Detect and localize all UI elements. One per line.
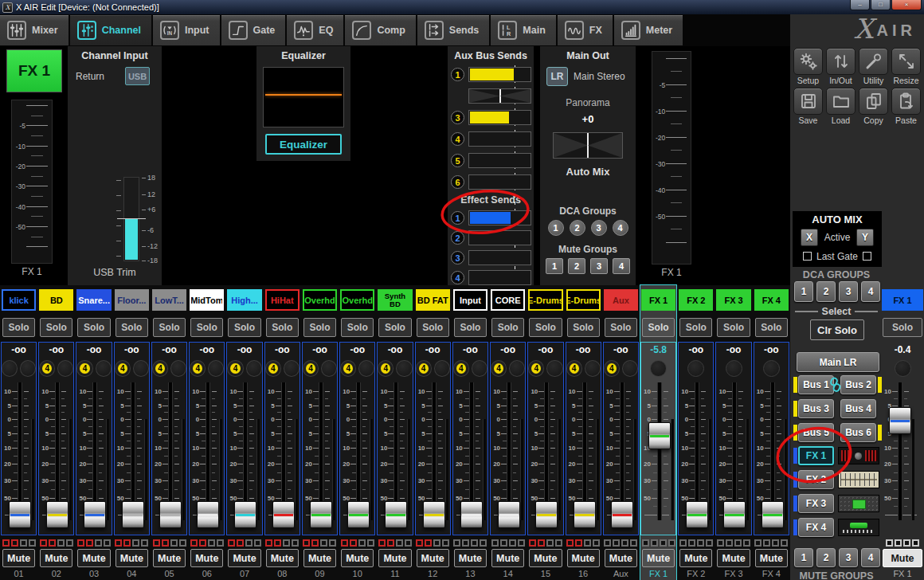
channel-label[interactable]: E-Drums: [566, 289, 601, 311]
fader-handle[interactable]: [460, 501, 483, 528]
fx-select-button[interactable]: FX 3: [798, 494, 834, 513]
fader-track[interactable]: [582, 382, 587, 520]
dca-group-button[interactable]: 4: [861, 281, 880, 302]
solo-button[interactable]: Solo: [303, 318, 336, 337]
fx-select-button[interactable]: FX 1: [798, 446, 834, 465]
fader-handle[interactable]: [385, 501, 407, 528]
pan-knob[interactable]: [509, 360, 525, 377]
channel-label[interactable]: FX 1: [641, 289, 675, 311]
pan-knob[interactable]: 4: [528, 360, 544, 377]
main-lr-select-button[interactable]: Main LR: [797, 352, 879, 372]
automix-y-button[interactable]: Y: [856, 229, 874, 246]
fader-handle[interactable]: [159, 501, 182, 528]
pan-knob[interactable]: 4: [115, 360, 131, 377]
pan-knob[interactable]: 4: [39, 360, 55, 377]
tab-input[interactable]: INInput: [153, 15, 221, 45]
solo-button[interactable]: Solo: [40, 318, 72, 337]
solo-button[interactable]: Solo: [605, 318, 637, 337]
mute-button[interactable]: Mute: [266, 549, 299, 567]
pan-knob[interactable]: [20, 360, 36, 377]
pan-knob[interactable]: [2, 360, 18, 377]
tab-sends[interactable]: Sends: [417, 15, 491, 45]
tab-gate[interactable]: Gate: [221, 15, 288, 45]
solo-button[interactable]: Solo: [378, 318, 411, 337]
minimize-button[interactable]: –: [850, 0, 870, 10]
solo-button[interactable]: Solo: [642, 318, 675, 337]
channel-label[interactable]: E-Drums: [528, 289, 562, 311]
solo-button[interactable]: Solo: [341, 318, 374, 337]
fader-handle[interactable]: [122, 501, 144, 528]
fader-track[interactable]: [131, 382, 135, 520]
pan-knob[interactable]: [358, 360, 374, 377]
pan-knob[interactable]: 4: [453, 360, 469, 377]
tab-comp[interactable]: Comp: [345, 15, 417, 45]
pan-knob[interactable]: [726, 360, 742, 377]
mute-button[interactable]: Mute: [755, 549, 788, 567]
solo-button[interactable]: Solo: [883, 318, 922, 337]
mute-button[interactable]: Mute: [605, 549, 637, 567]
fader-handle[interactable]: [272, 501, 295, 528]
fader-track[interactable]: [657, 382, 662, 520]
channel-label[interactable]: CORE: [491, 289, 525, 311]
pan-knob[interactable]: 4: [76, 360, 92, 377]
resize-button[interactable]: Resize: [891, 48, 922, 85]
channel-label[interactable]: klick: [2, 289, 36, 311]
tab-main[interactable]: LRMain: [491, 15, 557, 45]
pan-knob[interactable]: [133, 360, 149, 377]
solo-button[interactable]: Solo: [491, 318, 524, 337]
pan-knob[interactable]: 4: [265, 360, 281, 377]
mute-button[interactable]: Mute: [529, 549, 562, 567]
pan-knob[interactable]: 4: [190, 360, 206, 377]
channel-label[interactable]: FX 4: [754, 289, 789, 311]
channel-label[interactable]: Overhd: [340, 289, 374, 311]
tab-fx[interactable]: FX: [558, 15, 614, 45]
lr-assign-button[interactable]: LR: [546, 67, 568, 86]
mute-group-button[interactable]: 4: [861, 548, 880, 567]
mute-group-button[interactable]: 2: [816, 548, 836, 567]
channel-label[interactable]: MidTom: [190, 289, 224, 311]
pan-knob[interactable]: [650, 360, 667, 377]
setup-button[interactable]: Setup: [793, 48, 824, 85]
dca-group-button[interactable]: 1: [794, 281, 813, 302]
mute-button[interactable]: Mute: [717, 549, 750, 567]
pan-knob[interactable]: 4: [566, 360, 582, 377]
fx3-rack-thumbnail[interactable]: [838, 495, 879, 512]
pan-knob[interactable]: [434, 360, 450, 377]
pan-knob[interactable]: 4: [416, 360, 432, 377]
maximize-button[interactable]: □: [871, 0, 891, 10]
send-level-bar[interactable]: [468, 210, 531, 225]
clear-solo-button[interactable]: Clr Solo: [810, 319, 864, 340]
pan-knob[interactable]: 4: [604, 360, 620, 377]
bus-select-button[interactable]: Bus 4: [840, 399, 876, 418]
pan-knob[interactable]: [170, 360, 186, 377]
fader-handle[interactable]: [310, 501, 332, 528]
channel-label[interactable]: Floor...: [115, 289, 149, 311]
mute-button[interactable]: Mute: [491, 549, 524, 567]
mute-button[interactable]: Mute: [77, 549, 110, 567]
fader-track[interactable]: [168, 382, 173, 520]
mute-group-button[interactable]: 4: [613, 258, 630, 274]
fader-handle[interactable]: [84, 501, 106, 528]
send-pan-balance[interactable]: [468, 88, 531, 104]
tab-mixer[interactable]: Mixer: [0, 15, 70, 45]
fader-handle[interactable]: [574, 501, 596, 528]
solo-button[interactable]: Solo: [717, 318, 750, 337]
pan-knob[interactable]: [321, 360, 337, 377]
copy-button[interactable]: Copy: [858, 88, 889, 125]
mute-button[interactable]: Mute: [883, 549, 922, 567]
pan-knob[interactable]: 4: [378, 360, 393, 377]
fader-track[interactable]: [732, 382, 737, 520]
pan-knob[interactable]: 4: [227, 360, 243, 377]
solo-button[interactable]: Solo: [529, 318, 562, 337]
mute-button[interactable]: Mute: [190, 549, 223, 567]
fader-track[interactable]: [319, 382, 323, 520]
channel-label[interactable]: BD FAT: [416, 289, 450, 311]
usb-trim-fader[interactable]: [123, 177, 139, 261]
pan-knob[interactable]: [396, 360, 412, 377]
fx2-rack-thumbnail[interactable]: [838, 471, 879, 488]
fader-track[interactable]: [507, 382, 511, 520]
pan-knob[interactable]: 4: [303, 360, 319, 377]
mute-button[interactable]: Mute: [378, 549, 411, 567]
solo-button[interactable]: Solo: [228, 318, 260, 337]
eq-curve-thumbnail[interactable]: [263, 67, 344, 127]
